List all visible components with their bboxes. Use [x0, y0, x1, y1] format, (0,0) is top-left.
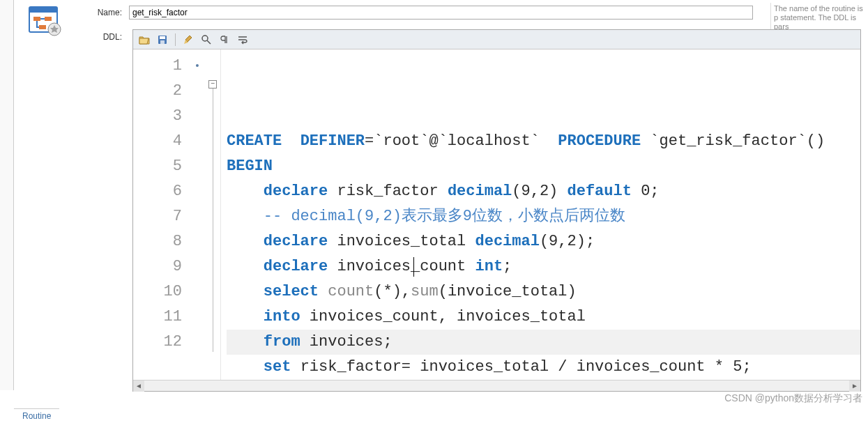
left-panel — [0, 0, 14, 390]
line-number: 5 — [133, 154, 182, 179]
line-gutter: 123456789101112 — [133, 49, 189, 380]
line-marker — [189, 330, 206, 355]
line-marker — [189, 79, 206, 104]
code-line[interactable]: select count(*),sum(invoice_total) — [227, 279, 860, 305]
scroll-right-icon[interactable]: ► — [849, 380, 860, 392]
line-number: 4 — [133, 129, 182, 154]
toolbar-separator — [175, 33, 176, 46]
code-line[interactable]: -- decimal(9,2)表示最多9位数，小数点后两位数 — [227, 204, 860, 229]
bottom-tabs: Routine — [14, 406, 59, 423]
sql-editor: 123456789101112 • − CREATE DEFINER=`root… — [132, 29, 861, 392]
svg-rect-8 — [160, 40, 165, 44]
line-marker — [189, 254, 206, 279]
code-line[interactable]: from invoices; — [227, 330, 860, 355]
line-marker: • — [189, 54, 206, 79]
line-number: 1 — [133, 54, 182, 79]
text-caret — [413, 257, 414, 277]
fold-toggle[interactable]: − — [208, 80, 217, 89]
line-number: 2 — [133, 79, 182, 104]
editor-toolbar — [133, 30, 860, 49]
search-icon[interactable] — [198, 32, 215, 47]
name-label: Name: — [91, 8, 129, 17]
code-line[interactable]: declare risk_factor decimal(9,2) default… — [227, 179, 860, 204]
code-line[interactable]: BEGIN — [227, 154, 860, 179]
code-line[interactable]: CREATE DEFINER=`root`@`localhost` PROCED… — [227, 129, 860, 154]
svg-rect-4 — [39, 25, 46, 29]
line-number: 11 — [133, 305, 182, 330]
line-number: 6 — [133, 179, 182, 204]
line-number: 8 — [133, 229, 182, 254]
broom-icon[interactable] — [180, 32, 197, 47]
line-marker — [189, 179, 206, 204]
svg-rect-2 — [33, 17, 40, 21]
horizontal-scrollbar[interactable]: ◄ ► — [133, 380, 860, 391]
line-marker — [189, 154, 206, 179]
wrap-icon[interactable] — [234, 32, 251, 47]
scroll-left-icon[interactable]: ◄ — [133, 380, 144, 392]
svg-point-9 — [202, 36, 208, 41]
routine-icon — [28, 4, 61, 38]
watermark: CSDN @python数据分析学习者 — [724, 392, 862, 405]
line-number: 9 — [133, 254, 182, 279]
paragraph-icon[interactable] — [216, 32, 233, 47]
line-number: 3 — [133, 104, 182, 129]
save-icon[interactable] — [154, 32, 171, 47]
line-number: 10 — [133, 279, 182, 305]
fold-column: − — [206, 49, 221, 380]
tab-routine[interactable]: Routine — [14, 408, 59, 423]
code-lines[interactable]: CREATE DEFINER=`root`@`localhost` PROCED… — [221, 49, 860, 380]
line-marker — [189, 129, 206, 154]
marker-column: • — [189, 49, 206, 380]
ddl-label: DDL: — [91, 32, 129, 42]
code-line[interactable]: set risk_factor= invoices_total / invoic… — [227, 355, 860, 380]
code-area[interactable]: 123456789101112 • − CREATE DEFINER=`root… — [133, 49, 860, 380]
line-number: 12 — [133, 330, 182, 355]
line-marker — [189, 204, 206, 229]
line-marker — [189, 279, 206, 305]
svg-rect-3 — [45, 17, 52, 21]
hint-text: The name of the routine is p statement. … — [770, 3, 868, 29]
code-line[interactable]: declare invoices_count int; — [227, 254, 860, 279]
code-line[interactable]: into invoices_count, invoices_total — [227, 305, 860, 330]
line-number: 7 — [133, 204, 182, 229]
name-input[interactable] — [129, 6, 753, 20]
line-marker — [189, 104, 206, 129]
code-line[interactable]: declare invoices_total decimal(9,2); — [227, 229, 860, 254]
svg-rect-7 — [160, 36, 165, 39]
line-marker — [189, 305, 206, 330]
svg-rect-1 — [29, 7, 57, 13]
open-icon[interactable] — [136, 32, 153, 47]
line-marker — [189, 229, 206, 254]
